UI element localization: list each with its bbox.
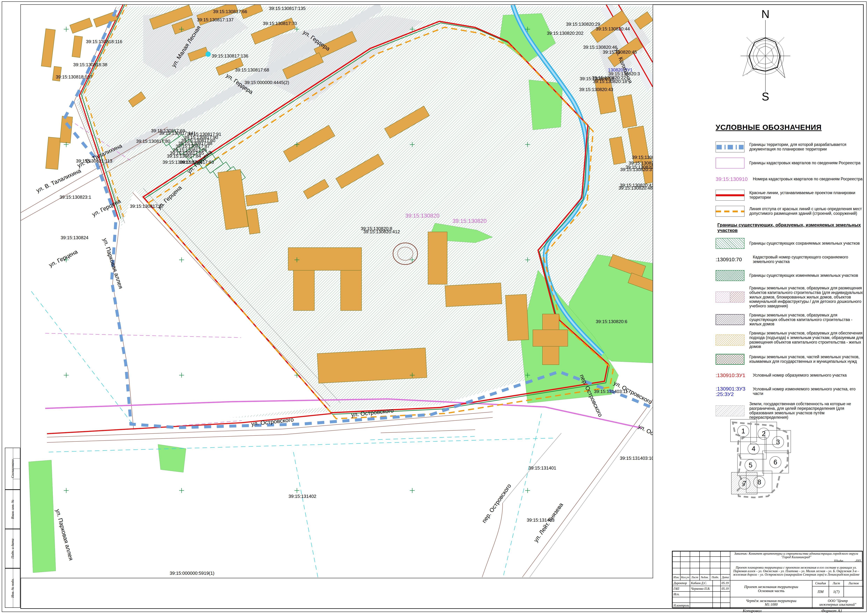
tb-empty [710, 557, 721, 562]
tb-header-cell: Дата [721, 574, 730, 580]
street-label: ул. Герцена [48, 248, 79, 268]
tb-signature-cell [690, 591, 713, 597]
side-stamp-label: Подп. и дата [0, 541, 32, 556]
tb-empty [673, 562, 680, 568]
legend-item-text: Условный номер изменяемого земельного уч… [753, 387, 864, 396]
tb-empty [710, 568, 721, 574]
legend-swatch [716, 406, 744, 416]
legend-item-10: Границы земельных участков, образуемых д… [716, 313, 864, 327]
legend-item-3: Красные линии, устанавливаемые проектом … [716, 189, 864, 201]
tb-empty [710, 551, 721, 557]
legend-item-2: 39:15:130910Номера кадастровых кварталов… [716, 173, 864, 185]
parcel-label: 39:15:130817:66 [213, 9, 247, 14]
tb-empty [673, 568, 680, 574]
tb-empty [680, 557, 690, 562]
tb-empty [721, 562, 730, 568]
legend-item-12: Границы земельных участков, частей земел… [716, 353, 864, 365]
legend-swatch [716, 270, 744, 281]
side-stamp-label: Инв. № подл. [0, 580, 32, 595]
parcel-label: 39:15:130820:29 [566, 22, 600, 27]
legend-item-6: Границы существующих сохраняемых земельн… [716, 238, 864, 249]
parcel-label: 39:15:130820:34 [632, 155, 653, 160]
street-label: ул. В. Талалихина [35, 167, 82, 193]
street-label: пер. Островского [480, 483, 512, 524]
quarter-label: 39:15:130820 [453, 218, 487, 224]
map-box: 39:15:13082039:15:13082039:15:130818:116… [20, 5, 653, 578]
parcel-label: 39:15:130817:80 [136, 139, 170, 144]
tb-empty [699, 557, 710, 562]
tb-empty [690, 568, 699, 574]
tb-signature-cell [673, 597, 690, 603]
tb-empty [690, 562, 699, 568]
title-block: Изм.Кол.учЛист№док.Подп.ДатаДиректорКаба… [672, 551, 863, 608]
parcel-label: 39:15:130823:1 [60, 195, 91, 200]
parcel-label: 39:15:130820:412 [363, 229, 400, 234]
parcel-label: 39:15:000000:5919(1) [170, 571, 214, 576]
tb-signature-cell: Н.контроль [673, 603, 690, 608]
tb-empty [721, 551, 730, 557]
legend-item-text: Границы кадастровых кварталов по сведени… [749, 161, 860, 165]
index-sheet-number: 6 [773, 458, 777, 466]
index-sheet-number: 2 [762, 430, 766, 437]
parcel-label: 39:15:130818:107 [56, 74, 93, 79]
legend-swatch [716, 354, 744, 365]
tb-stage-header: Стадия [812, 580, 829, 586]
parcel-label: 39:15:130817:84 [167, 153, 201, 159]
tb-empty [699, 562, 710, 568]
legend-item-1: Границы кадастровых кварталов по сведени… [716, 157, 864, 169]
legend-item-text: Границы земельных участков, образуемых д… [749, 286, 864, 308]
parcel-label: 39:15:130817:135 [269, 6, 305, 11]
legend-swatch [716, 190, 744, 201]
quarter-label: 39:15:130820 [405, 212, 440, 219]
legend-item-text: Кадастровый номер существующего сохраняе… [753, 255, 864, 264]
tb-drawing-title: Чертёж межевания территории М1:1000 [730, 597, 812, 608]
copied-by-label: Копировал [743, 608, 761, 613]
legend-item-text: Линия отступа от красных линий с целью о… [749, 207, 864, 216]
parcel-label: 39:15:130820:44 [596, 26, 630, 31]
legend-item-11: Границы земельных участков, образуемых д… [716, 331, 864, 349]
tb-header-cell: Подп. [710, 574, 721, 580]
tb-empty [680, 551, 690, 557]
tb-signature-cell [690, 603, 713, 608]
legend-item-4: Линия отступа от красных линий с целью о… [716, 206, 864, 217]
side-stamp-box: Инв. № подл. [5, 568, 20, 608]
tb-empty [680, 568, 690, 574]
tb-signature-cell [721, 603, 730, 608]
legend-subheader: Границы существующих, образуемых, изменя… [718, 222, 864, 233]
tb-signature-cell [713, 580, 721, 586]
legend-swatch [716, 334, 744, 345]
sheet-index-map: 12345678 [728, 415, 801, 525]
tb-empty [721, 557, 730, 562]
tb-cipher: Шифр ___.___-ПП [834, 559, 861, 562]
side-stamp-box: Взам. инв. № [5, 490, 20, 529]
street-label: ул. Островского [637, 423, 653, 449]
index-sheet-number: 8 [757, 478, 761, 486]
legend-item-text: Границы земельных участков, образуемых д… [749, 313, 864, 327]
compass-north-label: N [761, 8, 769, 20]
legend-item-text: Красные линии, устанавливаемые проектом … [749, 190, 864, 200]
parcel-label: 39:15:130820:37 [620, 167, 653, 172]
drawing-sheet: 39:15:13082039:15:13082039:15:130818:116… [0, 0, 868, 613]
tb-sheets-value [844, 586, 863, 597]
format-label: Формат А1 [822, 608, 842, 613]
tb-signature-cell [713, 591, 721, 597]
tb-signature-cell [713, 586, 721, 591]
side-stamp-label: Взам. инв. № [0, 502, 32, 517]
tb-empty [690, 551, 699, 557]
map-canvas: 39:15:13082039:15:13082039:15:130818:116… [21, 5, 653, 578]
parcel-label: 39:15:131403:10 [620, 455, 653, 461]
tb-header-cell: №док. [699, 574, 710, 580]
legend-item-8: Границы существующих изменяемых земельны… [716, 270, 864, 281]
parcel-label: 39:15:130820:43 [579, 87, 613, 92]
index-sheet-number: 7 [742, 480, 746, 487]
index-sheet-number: 4 [752, 445, 755, 452]
tb-project: Проект планировки территории с проектом … [730, 562, 862, 580]
tb-signature-cell [721, 591, 730, 597]
index-sheet-number: 1 [741, 427, 745, 435]
legend-swatch [716, 142, 744, 152]
legend-item-text: Границы существующих сохраняемых земельн… [749, 241, 860, 246]
parcel-label: 39:15:130817:137 [197, 17, 234, 22]
tb-empty [673, 551, 680, 557]
legend-item-7: :130910:70Кадастровый номер существующег… [716, 254, 864, 265]
legend-sample-number: :130910:ЗУ1 [716, 373, 748, 378]
